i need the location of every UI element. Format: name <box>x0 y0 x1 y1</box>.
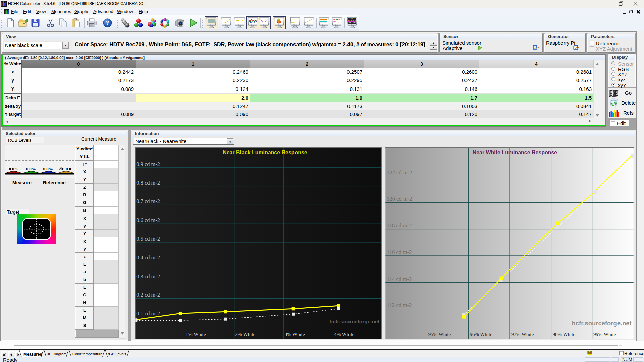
svg-text:hcfr.sourceforge.net: hcfr.sourceforge.net <box>572 320 632 327</box>
svg-text:122 cd m-2: 122 cd m-2 <box>387 169 412 176</box>
svg-text:?: ? <box>106 19 109 26</box>
svg-text:0.5 cd m-2: 0.5 cd m-2 <box>136 236 160 242</box>
svg-text:99% White: 99% White <box>593 331 616 337</box>
svg-text:0.8 cd m-2: 0.8 cd m-2 <box>136 180 160 186</box>
svg-text:0.1 cd m-2: 0.1 cd m-2 <box>136 310 160 317</box>
svg-text:116 cd m-2: 116 cd m-2 <box>387 249 412 255</box>
svg-text:4% White: 4% White <box>334 331 354 337</box>
svg-text:95% White: 95% White <box>428 331 451 337</box>
svg-text:Near Black Luminance Response: Near Black Luminance Response <box>223 149 307 155</box>
svg-text:112 cd m-2: 112 cd m-2 <box>387 302 412 308</box>
svg-text:0.6 cd m-2: 0.6 cd m-2 <box>136 217 160 223</box>
svg-text:97% White: 97% White <box>511 331 534 337</box>
svg-text:0.9 cd m-2: 0.9 cd m-2 <box>136 161 160 167</box>
svg-text:Color temperature: Color temperature <box>72 352 102 356</box>
svg-text:hcfr.sourceforge.net: hcfr.sourceforge.net <box>329 319 379 324</box>
svg-text:0.2 cd m-2: 0.2 cd m-2 <box>136 292 160 298</box>
svg-text:2% White: 2% White <box>235 331 255 337</box>
svg-text:RGB Levels: RGB Levels <box>106 352 126 356</box>
svg-text:0.3 cd m-2: 0.3 cd m-2 <box>136 273 160 280</box>
svg-text:114 cd m-2: 114 cd m-2 <box>387 276 412 282</box>
svg-text:96% White: 96% White <box>470 331 492 337</box>
svg-text:Measures: Measures <box>23 352 42 357</box>
svg-text:Near White Luminance Response: Near White Luminance Response <box>473 149 557 155</box>
svg-text:118 cd m-2: 118 cd m-2 <box>387 222 412 229</box>
svg-text:0.7 cd m-2: 0.7 cd m-2 <box>136 198 160 204</box>
svg-text:3% White: 3% White <box>285 331 305 337</box>
svg-text:1% White: 1% White <box>186 331 206 337</box>
svg-text:120 cd m-2: 120 cd m-2 <box>387 196 412 202</box>
svg-text:CIE Diagram: CIE Diagram <box>45 352 67 356</box>
svg-text:98% White: 98% White <box>553 331 576 337</box>
svg-text:0.4 cd m-2: 0.4 cd m-2 <box>136 254 160 261</box>
